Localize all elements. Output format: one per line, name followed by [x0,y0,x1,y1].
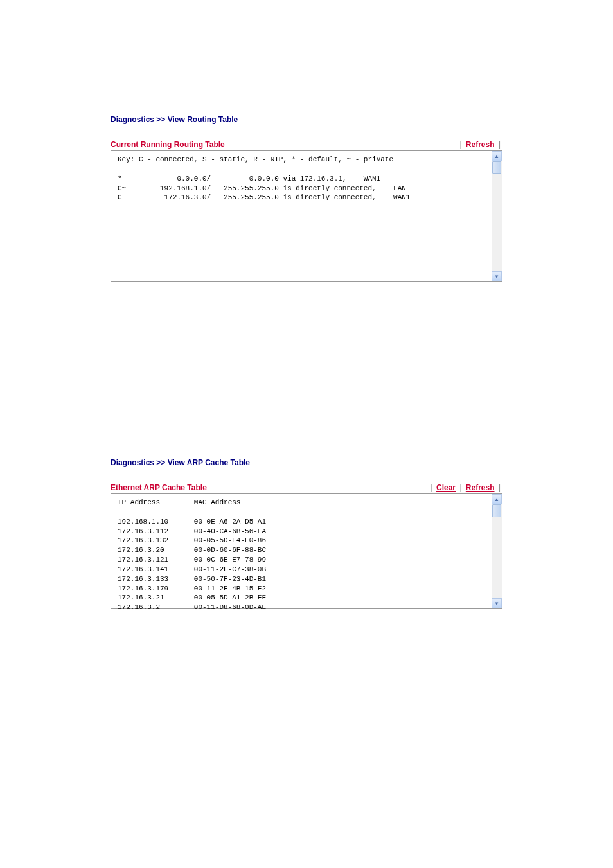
routing-table-title: Current Running Routing Table [111,140,225,149]
separator: | [499,140,501,149]
scrollbar[interactable]: ▲ ▼ [492,151,502,281]
arp-table-content: IP Address MAC Address 192.168.1.10 00-0… [111,494,502,609]
routing-section: Diagnostics >> View Routing Table Curren… [111,112,502,282]
arp-table-header: Ethernet ARP Cache Table | Clear | Refre… [111,483,502,492]
arp-table-title: Ethernet ARP Cache Table [111,483,207,492]
scroll-down-icon[interactable]: ▼ [492,598,502,608]
routing-table-header: Current Running Routing Table | Refresh … [111,140,502,149]
scroll-up-icon[interactable]: ▲ [492,151,502,161]
separator: | [431,483,432,492]
separator: | [499,483,501,492]
separator: | [459,483,461,492]
routing-breadcrumb: Diagnostics >> View Routing Table [111,112,502,127]
refresh-link[interactable]: Refresh [466,140,495,149]
routing-content-box: Key: C - connected, S - static, R - RIP,… [111,150,502,282]
arp-content-box: IP Address MAC Address 192.168.1.10 00-0… [111,493,502,609]
arp-actions: | Clear | Refresh | [429,483,502,492]
scrollbar[interactable]: ▲ ▼ [492,494,502,608]
scroll-up-icon[interactable]: ▲ [492,494,502,504]
scroll-down-icon[interactable]: ▼ [492,271,502,281]
routing-actions: | Refresh | [458,140,502,149]
scroll-thumb[interactable] [492,161,501,174]
scroll-thumb[interactable] [492,504,501,517]
arp-breadcrumb: Diagnostics >> View ARP Cache Table [111,456,502,470]
separator: | [459,140,461,149]
routing-table-content: Key: C - connected, S - static, R - RIP,… [111,151,502,206]
clear-link[interactable]: Clear [436,483,456,492]
refresh-link[interactable]: Refresh [466,483,495,492]
arp-section: Diagnostics >> View ARP Cache Table Ethe… [111,456,502,609]
